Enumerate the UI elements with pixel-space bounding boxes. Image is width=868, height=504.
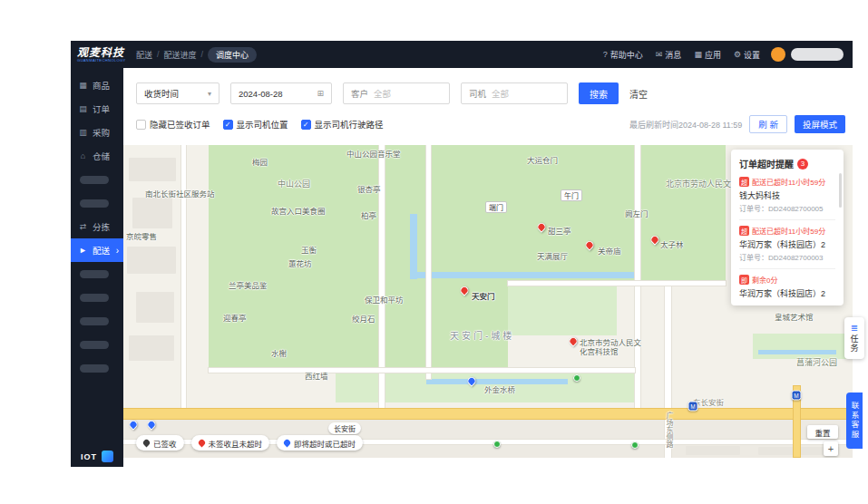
checkbox-label: 显示司机位置 <box>237 118 288 131</box>
sidebar-item-redacted[interactable] <box>71 262 123 286</box>
overdue-count-badge: 3 <box>797 159 808 170</box>
driver-input[interactable]: 司机 全部 <box>461 82 568 104</box>
map-label: 外金水桥 <box>484 383 515 394</box>
cast-mode-button[interactable]: 投屏模式 <box>795 115 845 133</box>
sidebar-item-redacted[interactable] <box>71 356 123 380</box>
sidebar-item-label: 配送 <box>93 244 110 257</box>
sidebar-item-redacted[interactable] <box>71 191 123 215</box>
redacted-blur <box>80 270 109 278</box>
overdue-status-row: 即剩余0分 <box>739 275 835 285</box>
map-option-checkbox-1[interactable]: ✓显示司机位置 <box>223 118 288 131</box>
legend-label: 已签收 <box>153 438 177 449</box>
map-canvas[interactable]: 梅园中山公园音乐堂大运仓门中山公园银杏亭南北长街社区服务站北京市劳动人民文化宫故… <box>123 145 853 458</box>
map-label: 广场东侧路 <box>664 412 674 448</box>
header-action-apps[interactable]: ▦应用 <box>694 49 721 61</box>
date-value: 2024-08-28 <box>239 89 283 99</box>
zoom-in-button[interactable]: + <box>824 441 838 456</box>
header-action-settings[interactable]: ⚙设置 <box>734 49 760 61</box>
redacted-blur <box>80 294 109 302</box>
sidebar-menu: ▦商品▤订单▥采购⌂仓储⇄分拣►配送› <box>71 73 123 380</box>
sidebar-item-redacted[interactable] <box>71 333 123 356</box>
sidebar-item-redacted[interactable] <box>71 168 123 191</box>
checkbox-checked-icon[interactable]: ✓ <box>301 120 311 130</box>
sidebar-item-delivery[interactable]: ►配送› <box>71 238 123 262</box>
page: 观麦科技 GUANMAITECHNOLOGY 配送/配送进度/调度中心 ?帮助中… <box>0 0 868 504</box>
map-road <box>635 145 640 410</box>
map-option-checkbox-0[interactable]: 隐藏已签收订单 <box>136 118 210 131</box>
calendar-icon: ⊞ <box>317 89 324 98</box>
date-input[interactable]: 2024-08-28 ⊞ <box>230 82 332 104</box>
sidebar-item-redacted[interactable] <box>71 309 123 333</box>
green-dot-marker[interactable] <box>631 441 639 449</box>
overdue-tag-icon: 即 <box>739 275 749 285</box>
map-moat-water <box>410 272 635 278</box>
panel-scrollbar[interactable] <box>839 173 842 208</box>
map-option-checkbox-2[interactable]: ✓显示司机行驶路径 <box>301 118 384 131</box>
sidebar-item-label: 商品 <box>93 79 110 92</box>
breadcrumb-item[interactable]: 配送进度 <box>164 49 197 61</box>
overdue-order-number: 订单号：DD24082700005 <box>739 203 835 213</box>
sidebar-item-warehouse[interactable]: ⌂仓储 <box>71 144 123 168</box>
green-dot-marker[interactable] <box>493 441 501 448</box>
clear-button[interactable]: 清空 <box>629 87 648 101</box>
sidebar-item-purchase[interactable]: ▥采购 <box>71 121 123 144</box>
checkbox-checked-icon[interactable]: ✓ <box>223 120 233 130</box>
overdue-order-item[interactable]: 超配送已超时11小时59分华润万家（科技园店）2订单号：DD2408270000… <box>739 219 835 262</box>
brand-logo[interactable]: 观麦科技 GUANMAITECHNOLOGY <box>71 47 127 63</box>
header-action-help[interactable]: ?帮助中心 <box>603 49 643 61</box>
map-label: 端门 <box>485 201 507 213</box>
header-actions: ?帮助中心✉消息▦应用⚙设置 <box>603 49 760 61</box>
breadcrumb-item[interactable]: 调度中心 <box>208 47 257 63</box>
map-road <box>209 368 635 373</box>
legend-item[interactable]: 即将超时或已超时 <box>277 435 363 451</box>
overdue-tag-icon: 超 <box>739 226 749 236</box>
overdue-order-item[interactable]: 即剩余0分华润万家（科技园店）2 <box>739 268 835 299</box>
sidebar-item-label: 采购 <box>93 126 110 139</box>
sidebar-item-redacted[interactable] <box>71 286 123 309</box>
avatar[interactable] <box>771 47 785 62</box>
app-header: 观麦科技 GUANMAITECHNOLOGY 配送/配送进度/调度中心 ?帮助中… <box>71 41 853 68</box>
search-button[interactable]: 搜索 <box>579 82 619 104</box>
customer-label: 客户 <box>351 87 368 100</box>
checkbox-unchecked-icon[interactable] <box>136 120 146 130</box>
map-main-road <box>123 408 853 420</box>
task-side-tab[interactable]: ≣ 任务 <box>844 317 864 359</box>
time-type-select[interactable]: 收货时间 ▾ <box>136 82 219 104</box>
metro-station-marker[interactable]: M <box>792 391 802 401</box>
refresh-button[interactable]: 刷 新 <box>749 115 787 133</box>
legend-label: 未签收且未超时 <box>209 438 263 449</box>
red-pin-marker[interactable] <box>568 335 580 347</box>
app-window: 观麦科技 GUANMAITECHNOLOGY 配送/配送进度/调度中心 ?帮助中… <box>71 41 853 467</box>
map-label: 绞月石 <box>352 313 375 324</box>
legend-item[interactable]: 未签收且未超时 <box>191 435 270 451</box>
map-park-area <box>753 334 853 359</box>
header-action-message[interactable]: ✉消息 <box>656 49 682 61</box>
map-building <box>686 446 740 455</box>
green-dot-marker[interactable] <box>573 374 580 382</box>
metro-station-marker[interactable]: M <box>688 402 698 412</box>
map-label: 西红墙 <box>305 370 328 381</box>
map-building <box>129 335 174 361</box>
legend-item[interactable]: 已签收 <box>136 435 184 451</box>
overdue-list: 超配送已超时11小时59分钱大妈科技订单号：DD24082700005超配送已超… <box>739 177 835 299</box>
map-label: 太子林 <box>660 238 684 249</box>
map-label: 保卫和平坊 <box>365 294 404 305</box>
breadcrumb-item[interactable]: 配送 <box>136 49 152 61</box>
sidebar-item-goods[interactable]: ▦商品 <box>71 73 123 97</box>
checkbox-label: 隐藏已签收订单 <box>150 118 210 131</box>
map-label: 天安门-城楼 <box>450 328 514 342</box>
overdue-status-text: 配送已超时11小时59分 <box>752 177 825 187</box>
map-label: 银杏亭 <box>357 183 381 194</box>
redacted-blur <box>80 364 109 373</box>
sidebar-item-sorting[interactable]: ⇄分拣 <box>71 215 123 238</box>
settings-icon: ⚙ <box>734 50 741 59</box>
contact-support-tab[interactable]: 联系客服 <box>846 393 863 449</box>
sidebar-item-orders[interactable]: ▤订单 <box>71 97 123 121</box>
sidebar: ▦商品▤订单▥采购⌂仓储⇄分拣►配送› IOT <box>71 68 123 467</box>
truck-icon: ► <box>78 246 88 255</box>
filter-bar: 收货时间 ▾ 2024-08-28 ⊞ 客户 全部 司机 全部 搜索 清空 <box>136 82 845 104</box>
map-road <box>181 145 186 410</box>
overdue-order-item[interactable]: 超配送已超时11小时59分钱大妈科技订单号：DD24082700005 <box>739 177 835 213</box>
customer-input[interactable]: 客户 全部 <box>343 82 450 104</box>
map-reset-button[interactable]: 重置 <box>807 425 838 439</box>
